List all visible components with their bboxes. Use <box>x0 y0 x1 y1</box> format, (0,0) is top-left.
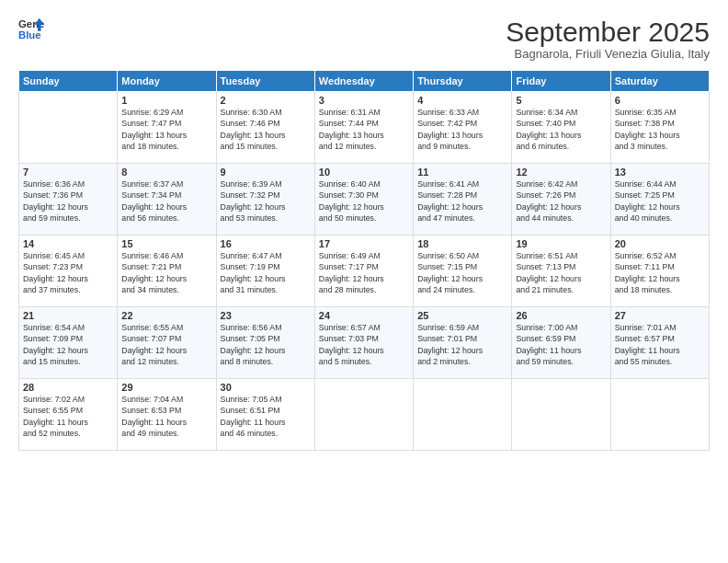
cell-text: Sunset: 7:21 PM <box>121 261 211 272</box>
cell-text: and 8 minutes. <box>221 356 311 367</box>
cell-text: and 49 minutes. <box>121 428 211 439</box>
cell-text: Daylight: 12 hours <box>23 273 113 284</box>
cell-text: Sunset: 7:44 PM <box>319 118 409 129</box>
cell-text: Sunset: 7:28 PM <box>417 190 507 201</box>
day-number: 5 <box>516 95 606 106</box>
day-number: 8 <box>121 167 211 178</box>
cell-text: Sunset: 6:53 PM <box>121 405 211 416</box>
calendar-week-row: 14Sunrise: 6:45 AMSunset: 7:23 PMDayligh… <box>19 236 710 307</box>
day-number: 13 <box>615 167 705 178</box>
cell-text: Daylight: 12 hours <box>615 201 705 213</box>
cell-text: Sunset: 7:13 PM <box>516 261 606 272</box>
day-number: 20 <box>615 238 705 249</box>
cell-text: and 59 minutes. <box>23 213 113 224</box>
cell-text: Sunrise: 7:05 AM <box>221 394 311 405</box>
cell-text: Sunrise: 6:35 AM <box>615 107 705 118</box>
calendar-week-row: 7Sunrise: 6:36 AMSunset: 7:36 PMDaylight… <box>19 164 710 236</box>
cell-text: Daylight: 12 hours <box>23 345 113 356</box>
cell-text: Sunset: 7:36 PM <box>23 190 113 201</box>
cell-text: Sunrise: 6:46 AM <box>121 250 211 261</box>
cell-text: and 50 minutes. <box>319 213 409 224</box>
calendar-cell: 10Sunrise: 6:40 AMSunset: 7:30 PMDayligh… <box>314 164 413 236</box>
day-number: 30 <box>221 382 311 393</box>
cell-text: and 53 minutes. <box>221 213 311 224</box>
cell-text: Sunrise: 7:02 AM <box>23 394 113 405</box>
cell-text: Sunset: 6:57 PM <box>615 333 705 344</box>
calendar-cell: 21Sunrise: 6:54 AMSunset: 7:09 PMDayligh… <box>19 307 118 379</box>
cell-text: and 9 minutes. <box>417 141 507 152</box>
cell-text: and 40 minutes. <box>615 213 705 224</box>
cell-text: and 6 minutes. <box>516 141 606 152</box>
calendar-cell: 13Sunrise: 6:44 AMSunset: 7:25 PMDayligh… <box>610 164 709 236</box>
calendar-cell <box>314 379 413 451</box>
cell-text: Sunset: 7:11 PM <box>615 261 705 272</box>
day-number: 25 <box>417 310 507 321</box>
cell-text: Sunrise: 6:50 AM <box>417 250 507 261</box>
cell-text: Sunrise: 6:45 AM <box>23 250 113 261</box>
cell-text: and 47 minutes. <box>417 213 507 224</box>
cell-text: and 2 minutes. <box>417 356 507 367</box>
calendar-cell: 5Sunrise: 6:34 AMSunset: 7:40 PMDaylight… <box>512 92 610 164</box>
calendar-cell: 23Sunrise: 6:56 AMSunset: 7:05 PMDayligh… <box>216 307 314 379</box>
day-number: 18 <box>417 238 507 249</box>
cell-text: Sunset: 6:51 PM <box>221 405 311 416</box>
calendar-week-row: 21Sunrise: 6:54 AMSunset: 7:09 PMDayligh… <box>19 307 710 379</box>
cell-text: Sunrise: 6:59 AM <box>417 322 507 333</box>
cell-text: Sunset: 7:17 PM <box>319 261 409 272</box>
cell-text: Sunrise: 7:01 AM <box>615 322 705 333</box>
cell-text: Daylight: 12 hours <box>221 273 311 284</box>
cell-text: Daylight: 13 hours <box>221 130 311 141</box>
calendar-cell: 1Sunrise: 6:29 AMSunset: 7:47 PMDaylight… <box>118 92 216 164</box>
calendar-cell <box>610 379 709 451</box>
calendar-week-row: 28Sunrise: 7:02 AMSunset: 6:55 PMDayligh… <box>19 379 710 451</box>
cell-text: Daylight: 12 hours <box>417 345 507 356</box>
day-number: 3 <box>319 95 409 106</box>
cell-text: Sunset: 7:38 PM <box>615 118 705 129</box>
cell-text: Sunrise: 6:36 AM <box>23 178 113 190</box>
cell-text: Sunset: 7:15 PM <box>417 261 507 272</box>
cell-text: and 21 minutes. <box>516 284 606 295</box>
cell-text: and 5 minutes. <box>319 356 409 367</box>
cell-text: Sunrise: 6:41 AM <box>417 178 507 190</box>
calendar-cell: 9Sunrise: 6:39 AMSunset: 7:32 PMDaylight… <box>216 164 314 236</box>
cell-text: and 18 minutes. <box>121 141 211 152</box>
calendar-cell: 17Sunrise: 6:49 AMSunset: 7:17 PMDayligh… <box>314 236 413 307</box>
calendar-cell <box>19 92 118 164</box>
month-title: September 2025 <box>506 17 710 47</box>
cell-text: Daylight: 13 hours <box>121 130 211 141</box>
cell-text: Sunrise: 6:40 AM <box>319 178 409 190</box>
cell-text: Sunset: 7:30 PM <box>319 190 409 201</box>
calendar-cell: 8Sunrise: 6:37 AMSunset: 7:34 PMDaylight… <box>118 164 216 236</box>
cell-text: and 15 minutes. <box>221 141 311 152</box>
cell-text: and 12 minutes. <box>319 141 409 152</box>
calendar-cell: 22Sunrise: 6:55 AMSunset: 7:07 PMDayligh… <box>118 307 216 379</box>
cell-text: Sunrise: 7:04 AM <box>121 394 211 405</box>
calendar-header-friday: Friday <box>512 71 610 92</box>
day-number: 23 <box>221 310 311 321</box>
calendar-cell: 30Sunrise: 7:05 AMSunset: 6:51 PMDayligh… <box>216 379 314 451</box>
calendar-cell: 7Sunrise: 6:36 AMSunset: 7:36 PMDaylight… <box>19 164 118 236</box>
day-number: 2 <box>221 95 311 106</box>
day-number: 17 <box>319 238 409 249</box>
cell-text: Sunset: 7:26 PM <box>516 190 606 201</box>
calendar-cell: 18Sunrise: 6:50 AMSunset: 7:15 PMDayligh… <box>414 236 512 307</box>
cell-text: Sunset: 7:40 PM <box>516 118 606 129</box>
cell-text: Sunset: 7:07 PM <box>121 333 211 344</box>
calendar-cell: 28Sunrise: 7:02 AMSunset: 6:55 PMDayligh… <box>19 379 118 451</box>
calendar-cell: 14Sunrise: 6:45 AMSunset: 7:23 PMDayligh… <box>19 236 118 307</box>
cell-text: Daylight: 12 hours <box>516 201 606 213</box>
cell-text: Sunrise: 6:57 AM <box>319 322 409 333</box>
day-number: 28 <box>23 382 113 393</box>
cell-text: Sunset: 7:01 PM <box>417 333 507 344</box>
title-block: September 2025 Bagnarola, Friuli Venezia… <box>506 17 710 61</box>
cell-text: Daylight: 12 hours <box>221 201 311 213</box>
cell-text: and 15 minutes. <box>23 356 113 367</box>
day-number: 7 <box>23 167 113 178</box>
cell-text: and 55 minutes. <box>615 356 705 367</box>
cell-text: and 18 minutes. <box>615 284 705 295</box>
cell-text: Sunrise: 6:55 AM <box>121 322 211 333</box>
calendar-cell: 12Sunrise: 6:42 AMSunset: 7:26 PMDayligh… <box>512 164 610 236</box>
cell-text: Sunrise: 6:29 AM <box>121 107 211 118</box>
calendar-header-thursday: Thursday <box>414 71 512 92</box>
cell-text: Sunset: 6:55 PM <box>23 405 113 416</box>
